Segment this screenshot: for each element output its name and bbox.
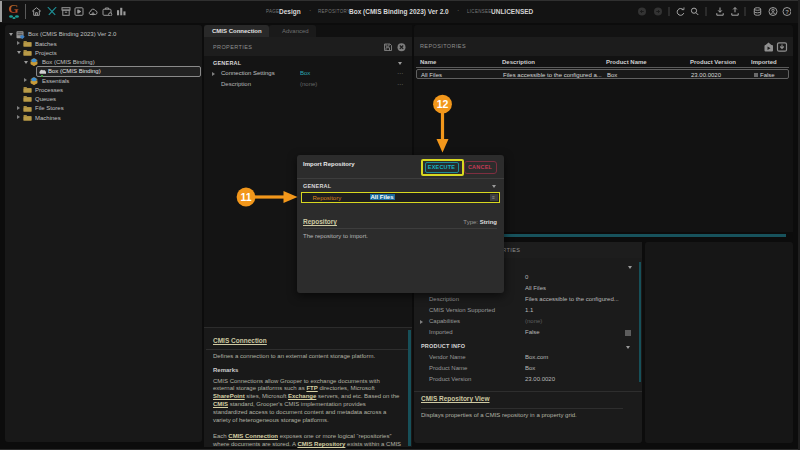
svg-text:12: 12 [437,98,449,110]
svg-text:11: 11 [240,191,251,203]
